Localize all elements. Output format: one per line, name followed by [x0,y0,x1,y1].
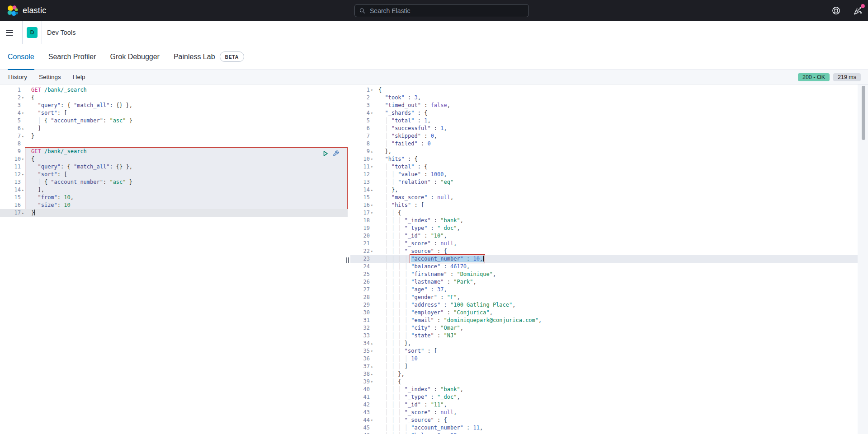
response-lines[interactable]: 1▾{2 "took" : 3,3 "timed_out" : false,4▾… [350,86,868,434]
fold-arrow[interactable]: ▾ [370,347,375,355]
fold-arrow[interactable]: ▾ [370,163,375,171]
fold-arrow[interactable]: ▾ [370,209,375,217]
fold-arrow[interactable]: ▴ [370,370,375,378]
response-scrollbar-thumb[interactable] [862,86,865,140]
code-text[interactable]: │ │ │ ] [375,363,868,370]
fold-arrow[interactable]: ▴ [370,363,375,370]
code-text[interactable]: │ │ "relation" : "eq" [375,178,868,186]
fold-arrow[interactable]: ▾ [21,94,26,102]
code-text[interactable]: │ │ │ │ "email" : "dominiquepark@conjuri… [375,317,868,324]
code-text[interactable]: │ │ │ "_score" : null, [375,240,868,247]
code-text[interactable]: "timed_out" : false, [375,102,868,109]
code-text[interactable] [26,140,350,148]
code-text[interactable]: GET /bank/_search [26,86,350,94]
code-text[interactable]: │ │ │ │ "firstname" : "Dominique", [375,271,868,278]
tab-search-profiler[interactable]: Search Profiler [48,44,96,70]
fold-arrow[interactable]: ▾ [370,155,375,163]
code-text[interactable]: { [26,155,350,163]
code-text[interactable]: │ │ │ "_source" : { [375,416,868,424]
code-text[interactable]: { [375,86,868,94]
code-text[interactable]: │ │ "value" : 1000, [375,171,868,178]
code-text[interactable]: │ "successful" : 1, [375,125,868,132]
code-text[interactable]: "sort": [ [26,171,350,178]
response-scrollbar-track[interactable] [858,84,868,434]
send-request-button[interactable] [322,150,329,157]
fold-arrow[interactable]: ▾ [370,109,375,117]
code-text[interactable]: │ { "account_number": "asc" } [26,178,350,186]
code-text[interactable]: │ "failed" : 0 [375,140,868,148]
code-text[interactable]: │ │ │ "_type" : "_doc", [375,224,868,232]
help-button[interactable] [830,5,842,17]
search-input[interactable] [369,7,524,15]
code-text[interactable]: GET /bank/_search [26,148,350,155]
fold-arrow[interactable]: ▾ [370,416,375,424]
fold-arrow[interactable]: ▴ [21,132,26,140]
code-text[interactable]: │ │ │ │ "lastname" : "Park", [375,278,868,286]
request-options-button[interactable] [332,150,340,157]
code-text[interactable]: │ │ │ │ "account_number" : 10, [375,255,868,263]
code-text[interactable]: │ │ │ │ "balance" : 33 [375,432,868,434]
fold-arrow[interactable]: ▾ [370,86,375,94]
code-text[interactable]: │ │ │ "_score" : null, [375,409,868,416]
request-editor-lines[interactable]: 1GET /bank/_search2▾{3 "query": { "match… [0,86,350,217]
code-text[interactable]: │ │ │ }, [375,340,868,347]
dev-tools-app-badge[interactable]: D [27,27,38,38]
menu-hamburger-button[interactable] [6,21,22,44]
code-text[interactable]: │ "total" : { [375,163,868,171]
code-text[interactable]: │ "hits" : [ [375,201,868,209]
code-text[interactable]: "took" : 3, [375,94,868,102]
code-text[interactable]: │ │ { [375,209,868,217]
code-text[interactable]: │ │ │ "_id" : "11", [375,401,868,409]
code-text[interactable]: │ }, [375,186,868,194]
code-text[interactable]: ], [26,186,350,194]
code-text[interactable]: │ │ │ "_id" : "10", [375,232,868,240]
fold-arrow[interactable]: ▾ [370,378,375,386]
code-text[interactable]: │ │ { [375,378,868,386]
tab-console[interactable]: Console [8,44,34,70]
elastic-logo[interactable]: elastic [7,5,46,17]
code-text[interactable]: │ │ │ "_index" : "bank", [375,386,868,393]
fold-arrow[interactable]: ▾ [21,109,26,117]
request-editor-pane[interactable]: 1GET /bank/_search2▾{3 "query": { "match… [0,84,350,434]
code-text[interactable]: │ │ │ "_source" : { [375,247,868,255]
fold-arrow[interactable]: ▴ [370,148,375,155]
code-text[interactable]: "_shards" : { [375,109,868,117]
code-text[interactable]: } [26,132,350,140]
code-text[interactable]: │ │ │ │ "age" : 37, [375,286,868,294]
fold-arrow[interactable]: ▴ [370,340,375,347]
code-text[interactable]: "query": { "match_all": {} }, [26,163,350,171]
fold-arrow[interactable]: ▾ [21,171,26,178]
code-text[interactable]: "sort": [ [26,109,350,117]
code-text[interactable]: "query": { "match_all": {} }, [26,102,350,109]
code-text[interactable]: │ │ │ │ "state" : "NJ" [375,332,868,340]
code-text[interactable]: │ "skipped" : 0, [375,132,868,140]
help-link[interactable]: Help [73,74,85,80]
code-text[interactable]: "size": 10 [26,201,350,209]
code-text[interactable]: }, [375,148,868,155]
code-text[interactable]: │ │ │ │ "account_number" : 11, [375,424,868,432]
code-text[interactable]: │ │ │ │ "address" : "100 Gatling Place", [375,301,868,309]
response-pane[interactable]: 1▾{2 "took" : 3,3 "timed_out" : false,4▾… [350,84,868,434]
global-search[interactable] [354,4,529,17]
fold-arrow[interactable]: ▾ [21,155,26,163]
code-text[interactable]: │ │ │ │ "balance" : 46170, [375,263,868,271]
code-text[interactable]: "hits" : { [375,155,868,163]
fold-arrow[interactable]: ▴ [21,209,26,217]
code-text[interactable]: │ │ │ │ "city" : "Omar", [375,324,868,332]
code-text[interactable]: │ │ │ "_index" : "bank", [375,217,868,224]
fold-arrow[interactable]: ▴ [370,186,375,194]
code-text[interactable]: │ │ │ │ "gender" : "F", [375,294,868,301]
fold-arrow[interactable]: ▾ [370,201,375,209]
code-text[interactable]: │ { "account_number": "asc" } [26,117,350,125]
code-text[interactable]: │ │ │ │ 10 [375,355,868,363]
tab-grok-debugger[interactable]: Grok Debugger [110,44,160,70]
code-text[interactable]: │ │ │ "sort" : [ [375,347,868,355]
settings-link[interactable]: Settings [39,74,61,80]
code-text[interactable]: │ "max_score" : null, [375,194,868,201]
fold-arrow[interactable]: ▴ [21,125,26,132]
history-link[interactable]: History [8,74,27,80]
code-text[interactable]: │ │ │ "_type" : "_doc", [375,393,868,401]
code-text[interactable]: │ │ │ │ "employer" : "Conjurica", [375,309,868,317]
code-text[interactable]: │ │ }, [375,370,868,378]
tab-painless-lab[interactable]: Painless Lab BETA [174,44,244,70]
